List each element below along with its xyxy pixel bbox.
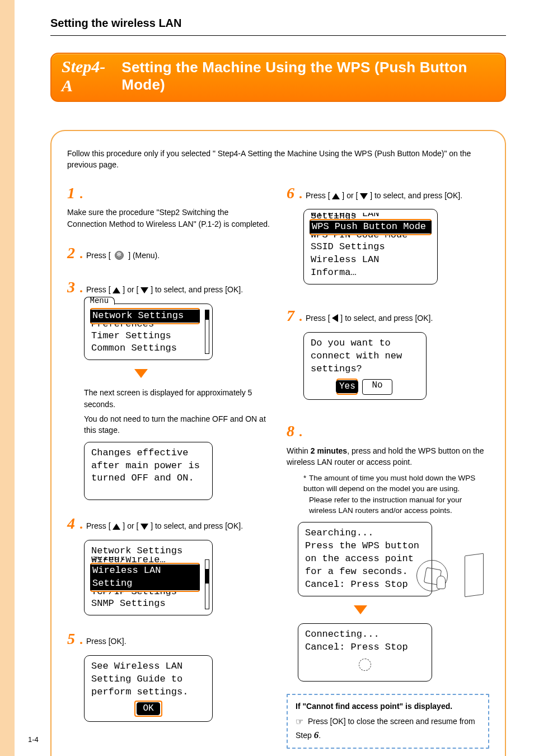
note-step-ref: 6 — [314, 730, 319, 740]
lcd-row-clipped: TCP/IP Settings — [91, 592, 199, 598]
section-title: Setting the wireless LAN — [50, 17, 506, 30]
step-3-note2: You do not need to turn the machine OFF … — [84, 413, 270, 436]
highlight-frame: WPS Push Button Mode — [310, 219, 432, 235]
step-2-text: Press [ ] (Menu). — [86, 250, 160, 261]
note-body: ☞ Press [OK] to close the screen and res… — [296, 715, 480, 743]
text-fragment: ] to select, and press [OK]. — [370, 191, 462, 200]
text-fragment: Within — [287, 446, 311, 455]
page-content: Setting the wireless LAN Step4-A Setting… — [0, 0, 534, 756]
highlight-frame: Wireless LAN Setting — [90, 563, 200, 592]
text-fragment: Press [ — [86, 521, 111, 530]
lcd-row: perform settings. — [91, 686, 205, 699]
lcd-scroll-thumb — [205, 310, 209, 320]
step-number: 5 — [67, 631, 75, 647]
lcd-row: connect with new — [311, 350, 419, 363]
finger-press-icon — [437, 576, 446, 589]
lcd-menu: Menu Network Settings Preferences Timer … — [84, 304, 213, 361]
step-banner-title: Setting the Machine Using the WPS (Push … — [121, 59, 495, 94]
step-number: 8 — [287, 423, 294, 439]
lcd-ok-button: OK — [137, 702, 160, 716]
text-fragment: ] or [ — [342, 191, 358, 200]
step-7-text: Press [ ] to select, and press [OK]. — [306, 312, 433, 324]
lcd-row: settings? — [311, 363, 419, 376]
step-6: 6. Press [ ] or [ ] to select, and press… — [287, 184, 489, 285]
down-arrow-icon — [140, 524, 148, 530]
columns: 1. Make sure the procedure "Step2 Switch… — [67, 184, 489, 756]
step-2: 2. Press [ ] (Menu). — [67, 244, 270, 264]
lcd-scrollbar — [205, 559, 209, 609]
step-3: 3. Press [ ] or [ ] to select, and press… — [67, 278, 270, 501]
up-arrow-icon — [113, 287, 120, 293]
text-fragment: ] or [ — [123, 521, 138, 530]
lcd-guide-message: See Wireless LAN Setting Guide to perfor… — [84, 655, 213, 722]
text-fragment: ] to select, and press [OK]. — [151, 521, 243, 530]
step-dot: . — [79, 244, 83, 264]
up-arrow-icon — [332, 193, 340, 199]
highlight-frame: OK — [134, 701, 162, 717]
lcd-scrollbar — [205, 310, 209, 354]
step-dot: . — [79, 278, 83, 298]
highlight-frame: Yes — [336, 379, 358, 395]
step-4-text: Press [ ] or [ ] to select, and press [O… — [86, 520, 243, 531]
lcd-row: on the access point — [305, 553, 425, 566]
lcd-row: Do you want to — [311, 337, 419, 350]
lcd-title-row: Network Settings — [91, 545, 199, 558]
step-dot: . — [79, 630, 83, 650]
lcd-tab: Menu — [84, 297, 115, 305]
text-fragment: ] to select, and press [OK]. — [151, 285, 243, 294]
lcd-row: Connecting... — [305, 628, 425, 641]
step-number: 6 — [287, 185, 294, 201]
step-badge: Step4-A — [62, 57, 114, 95]
lcd-scroll-thumb — [205, 569, 209, 584]
lcd-row: Wireless LAN Informa… — [311, 254, 430, 279]
lcd-row: turned OFF and ON. — [91, 472, 205, 485]
lcd-wlan-settings: Wireless LAN Settings WPS Push Button Mo… — [303, 209, 438, 284]
lcd-message: Changes effective after main power is tu… — [84, 442, 213, 501]
step-6-text: Press [ ] or [ ] to select, and press [O… — [306, 190, 462, 201]
down-arrow-icon — [140, 287, 148, 293]
note-line: Please refer to the instruction manual f… — [309, 494, 489, 516]
lcd-button-row: OK — [91, 701, 205, 717]
lcd-row: Cancel: Press Stop — [305, 578, 425, 591]
lcd-row-clipped: Preferences — [91, 324, 199, 330]
lcd-row: SNMP Settings — [91, 598, 199, 610]
step-dot: . — [299, 422, 302, 442]
note-line: The amount of time you must hold down th… — [303, 474, 475, 493]
text-bold: 2 minutes — [311, 446, 347, 455]
step-1: 1. Make sure the procedure "Step2 Switch… — [67, 184, 270, 230]
lcd-row: after main power is — [91, 460, 205, 473]
page-number: 1-4 — [28, 735, 39, 744]
note-tail: . — [318, 731, 321, 740]
note-line: Press [OK] to close the screen and resum… — [296, 717, 475, 740]
text-fragment: Press [ — [306, 191, 330, 200]
lcd-row: SSID Settings — [311, 241, 430, 254]
step-dot: . — [299, 184, 302, 204]
highlight-frame: Network Settings — [90, 308, 200, 324]
lcd-network-settings: Network Settings Select Wired/Wirele… Wi… — [84, 540, 213, 615]
step-8-note: *The amount of time you must hold down t… — [303, 473, 489, 516]
lcd-row: Searching... — [305, 527, 425, 540]
left-arrow-icon — [332, 314, 338, 322]
right-column: 6. Press [ ] or [ ] to select, and press… — [287, 184, 489, 756]
step-number: 2 — [67, 245, 75, 261]
step-3-text: Press [ ] or [ ] to select, and press [O… — [86, 284, 243, 295]
lcd-no-button: No — [362, 379, 392, 395]
flow-arrow-down-icon — [134, 369, 148, 378]
asterisk: * — [303, 473, 309, 484]
lcd-confirm: Do you want to connect with new settings… — [303, 332, 427, 400]
flow-arrow-down-icon — [354, 605, 367, 614]
step-5: 5. Press [OK]. See Wireless LAN Setting … — [67, 630, 270, 722]
access-point-icon — [465, 553, 484, 598]
note-title: If "Cannot find access point" is display… — [296, 701, 480, 712]
step-8: 8. Within 2 minutes, press and hold the … — [287, 422, 489, 749]
step-dot: . — [299, 307, 302, 326]
lcd-yes-button: Yes — [336, 380, 358, 394]
pointing-hand-icon: ☞ — [296, 715, 303, 729]
lcd-row: for a few seconds. — [305, 566, 425, 578]
lcd-row: Setting Guide to — [91, 673, 205, 686]
lcd-row: Press the WPS button — [305, 540, 425, 553]
step-5-text: Press [OK]. — [86, 636, 127, 647]
lcd-row: See Wireless LAN — [91, 660, 205, 673]
step-dot: . — [79, 515, 83, 534]
text-fragment: ] or [ — [123, 285, 138, 294]
